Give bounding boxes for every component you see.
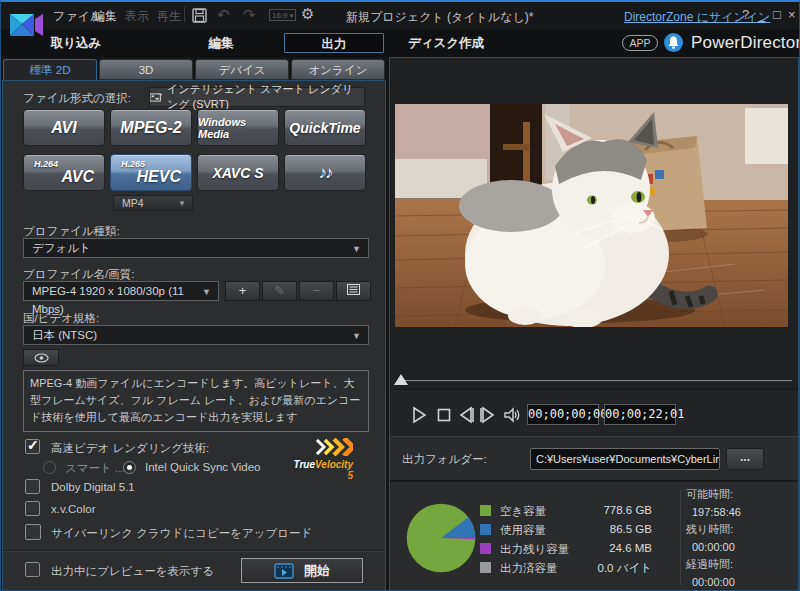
volume-button[interactable]: [503, 406, 521, 424]
remaining-time-value: 00:00:00: [686, 539, 796, 557]
profile-details-button[interactable]: [336, 281, 371, 301]
tab-3d[interactable]: 3D: [99, 59, 193, 80]
format-avi-button[interactable]: AVI: [23, 109, 105, 146]
format-h264-avc-button[interactable]: H.264 AVC: [23, 154, 105, 191]
format-audio-button[interactable]: ♪♪: [284, 154, 366, 191]
legend-label-produced: 出力済容量: [500, 561, 558, 576]
redo-icon: ↷: [243, 6, 256, 24]
seek-thumb[interactable]: [394, 374, 408, 385]
file-format-label: ファイル形式の選択:: [23, 91, 131, 106]
profile-name-dropdown[interactable]: MPEG-4 1920 x 1080/30p (11 Mbps) ▼: [23, 281, 219, 301]
legend-value-used: 86.5 GB: [610, 523, 652, 535]
tab-standard-2d[interactable]: 標準 2D: [3, 59, 97, 80]
current-timecode: 00;00;00;00: [527, 404, 599, 425]
svrt-label: インテリジェント スマート レンダリング (SVRT): [167, 82, 364, 112]
fast-render-checkbox[interactable]: ✓: [25, 439, 40, 454]
legend-value-required: 24.6 MB: [609, 542, 652, 554]
format-h265-hevc-button-selected[interactable]: H.265 HEVC: [110, 154, 192, 191]
chevron-down-icon: ▼: [178, 196, 186, 211]
xvcolor-checkbox[interactable]: [25, 501, 40, 516]
legend-row-produced: 出力済容量 0.0 バイト: [480, 560, 652, 574]
profile-type-label: プロファイル種類:: [23, 224, 120, 239]
minimize-button[interactable]: _: [758, 7, 765, 22]
add-profile-button[interactable]: +: [225, 281, 260, 301]
output-folder-input[interactable]: C:¥Users¥user¥Documents¥CyberLink¥PowerD: [530, 448, 720, 470]
powerdirector-logo-icon: [9, 11, 45, 41]
cloud-upload-label: サイバーリンク クラウドにコピーをアップロード: [51, 526, 312, 541]
maximize-button[interactable]: □: [773, 7, 781, 22]
show-preview-checkbox[interactable]: [25, 562, 40, 577]
format-quicktime-button[interactable]: QuickTime: [284, 109, 366, 146]
chevron-down-icon: ▾: [290, 12, 294, 19]
show-preview-label: 出力中にプレビューを表示する: [51, 564, 214, 579]
play-button[interactable]: [410, 406, 428, 424]
fast-render-label: 高速ビデオ レンダリング技術:: [51, 441, 209, 456]
start-button[interactable]: 開始: [241, 558, 363, 583]
intel-qsv-radio-selected[interactable]: [123, 461, 136, 474]
svrt-button[interactable]: インテリジェント スマート レンダリング (SVRT): [149, 87, 365, 107]
tab-online[interactable]: オンライン: [291, 59, 385, 80]
tab-edit[interactable]: 編集: [181, 33, 261, 53]
legend-row-required: 出力残り容量 24.6 MB: [480, 541, 652, 555]
edit-profile-button: ✎: [262, 281, 297, 301]
undo-icon: ↶: [217, 6, 230, 24]
legend-label-free: 空き容量: [500, 504, 546, 519]
eye-icon: [34, 353, 49, 363]
chevron-down-icon: ▼: [352, 240, 361, 258]
playback-controls: 00;00;00;00 00;00;22;01: [390, 389, 798, 435]
seek-track[interactable]: [404, 380, 792, 381]
radio-dot: [127, 465, 132, 470]
legend-value-produced: 0.0 バイト: [598, 561, 653, 576]
output-category-tabs: 標準 2D 3D デバイス オンライン: [3, 59, 385, 80]
start-render-icon: [274, 563, 294, 579]
music-notes-icon: ♪♪: [319, 163, 332, 183]
powerdirector-window: ファイル 編集 表示 再生 ↶ ↷ 16:9 ▾ ⚙ 新規プロジェクト (タイト…: [0, 0, 800, 591]
remaining-time-label: 残り時間:: [686, 521, 796, 539]
stop-button[interactable]: [435, 406, 453, 424]
cloud-upload-checkbox[interactable]: [25, 524, 41, 540]
browse-folder-button[interactable]: ...: [726, 448, 764, 470]
menu-edit[interactable]: 編集: [93, 8, 117, 25]
start-label: 開始: [304, 562, 330, 580]
aspect-ratio-dropdown[interactable]: 16:9 ▾: [269, 9, 296, 21]
gear-icon[interactable]: ⚙: [301, 5, 314, 23]
stats-separator: [680, 490, 681, 585]
tv-five: 5: [347, 470, 353, 481]
format-mpeg2-button[interactable]: MPEG-2: [110, 109, 192, 146]
produce-left-panel: 標準 2D 3D デバイス オンライン ファイル形式の選択: インテリジェント …: [1, 57, 387, 591]
container-format-dropdown[interactable]: MP4 ▼: [113, 195, 193, 211]
truevelocity-logo: TrueVelocity 5: [293, 438, 353, 470]
dolby-checkbox[interactable]: [25, 479, 40, 494]
tab-devices[interactable]: デバイス: [195, 59, 289, 80]
preview-profile-button[interactable]: [23, 349, 59, 366]
video-preview[interactable]: [395, 104, 788, 327]
legend-swatch-produced: [480, 562, 491, 573]
format-xavcs-button[interactable]: XAVC S: [197, 154, 279, 191]
intel-qsv-label: Intel Quick Sync Video: [145, 461, 261, 473]
notification-bell-icon[interactable]: [664, 33, 683, 52]
profile-type-dropdown[interactable]: デフォルト ▼: [23, 238, 369, 258]
save-icon[interactable]: [192, 8, 207, 23]
total-timecode: 00;00;22;01: [604, 404, 676, 425]
aspect-ratio-value: 16:9: [272, 11, 288, 20]
project-title: 新規プロジェクト (タイトルなし)*: [346, 9, 533, 26]
dolby-label: Dolby Digital 5.1: [51, 481, 135, 493]
footer-divider: [3, 550, 385, 551]
previous-frame-button[interactable]: [458, 406, 476, 424]
tab-create-disc[interactable]: ディスク作成: [396, 33, 496, 53]
help-button[interactable]: ?: [742, 7, 749, 22]
brand-name: PowerDirector: [691, 33, 800, 53]
legend-label-required: 出力残り容量: [500, 542, 569, 557]
close-button[interactable]: ×: [788, 7, 796, 22]
region-dropdown[interactable]: 日本 (NTSC) ▼: [23, 325, 369, 345]
format-windows-media-button[interactable]: Windows Media: [197, 109, 279, 146]
profile-description: MPEG-4 動画ファイルにエンコードします。高ビットレート、大型フレームサイズ…: [23, 370, 369, 432]
next-frame-button[interactable]: [478, 406, 496, 424]
xvcolor-label: x.v.Color: [51, 503, 96, 515]
legend-row-free: 空き容量 778.6 GB: [480, 503, 652, 517]
app-badge[interactable]: APP: [622, 35, 658, 51]
seek-bar[interactable]: [394, 374, 794, 386]
toolbar-separator: [184, 7, 185, 22]
tab-produce-active[interactable]: 出力: [284, 33, 384, 53]
svrt-icon: [150, 92, 162, 103]
